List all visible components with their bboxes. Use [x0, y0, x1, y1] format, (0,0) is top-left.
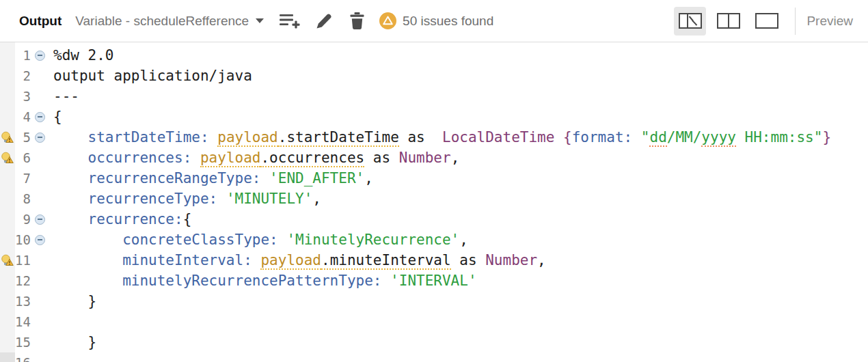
code-text: { [49, 107, 868, 127]
warning-gutter-slot[interactable] [0, 254, 15, 267]
line-number: 9 [15, 212, 31, 227]
code-lines: 1 %dw 2.02output application/java3---4 {… [0, 45, 868, 362]
code-text: minuteInterval: payload.minuteInterval a… [49, 250, 868, 270]
line-number: 14 [15, 314, 31, 329]
line-number: 12 [15, 273, 31, 288]
code-text: recurrence:{ [49, 209, 868, 229]
code-text: --- [49, 86, 868, 107]
fold-toggle[interactable] [31, 214, 49, 225]
warning-quickfix-icon [1, 254, 14, 267]
code-line[interactable]: 14 [0, 311, 868, 332]
line-number: 2 [15, 68, 31, 83]
code-text: %dw 2.0 [49, 45, 868, 66]
warning-quickfix-icon [1, 131, 14, 144]
layout-split-code-icon [679, 13, 702, 29]
line-number: 16 [15, 355, 31, 362]
code-line[interactable]: 8 recurrenceType: 'MINUTELY', [0, 189, 868, 209]
code-line[interactable]: 11 minuteInterval: payload.minuteInterva… [0, 250, 868, 270]
code-line[interactable]: 3--- [0, 86, 868, 107]
code-line[interactable]: 5 startDateTime: payload.startDateTime a… [0, 127, 868, 148]
fold-toggle[interactable] [31, 51, 49, 61]
warning-gutter-slot[interactable] [0, 152, 15, 165]
code-text: recurrenceRangeType: 'END_AFTER', [49, 168, 868, 189]
line-number: 10 [15, 232, 31, 247]
code-line[interactable]: 12 minutelyRecurrencePatternType: 'INTER… [0, 270, 868, 291]
code-line[interactable]: 10 concreteClassType: 'MinutelyRecurrenc… [0, 229, 868, 250]
line-number: 7 [15, 171, 31, 186]
code-editor[interactable]: 1 %dw 2.02output application/java3---4 {… [0, 42, 868, 362]
panel-title: Output [19, 14, 62, 29]
line-number: 8 [15, 191, 31, 206]
line-number: 1 [15, 48, 31, 63]
layout-single-pane-button[interactable] [750, 7, 783, 36]
code-line[interactable]: 16 [0, 352, 868, 362]
issues-count-label: 50 issues found [403, 14, 493, 29]
toolbar: Output Variable - scheduleRefference [0, 0, 868, 42]
add-transformation-button[interactable] [279, 12, 300, 30]
code-line[interactable]: 7 recurrenceRangeType: 'END_AFTER', [0, 168, 868, 189]
code-line[interactable]: 9 recurrence:{ [0, 209, 868, 229]
fold-collapse-icon [35, 235, 45, 245]
layout-split-code-button[interactable] [674, 7, 706, 36]
line-number: 13 [15, 294, 31, 309]
warning-badge-icon [379, 12, 396, 29]
layout-two-column-icon [717, 13, 740, 29]
line-number: 15 [15, 335, 31, 350]
code-line[interactable]: 4 { [0, 107, 868, 127]
fold-toggle[interactable] [31, 133, 49, 143]
add-transformation-icon [279, 12, 300, 30]
code-text: } [49, 291, 868, 311]
code-text: recurrenceType: 'MINUTELY', [49, 189, 868, 209]
code-line[interactable]: 2output application/java [0, 66, 868, 86]
layout-single-pane-icon [755, 13, 778, 29]
preview-tab[interactable]: Preview [806, 14, 857, 29]
delete-button[interactable] [349, 12, 366, 30]
fold-collapse-icon [35, 133, 45, 143]
code-text: concreteClassType: 'MinutelyRecurrence', [49, 229, 868, 250]
issues-indicator[interactable]: 50 issues found [379, 12, 493, 29]
toolbar-divider [795, 8, 796, 35]
layout-toggle-group [674, 7, 783, 36]
chevron-down-icon [256, 18, 264, 23]
fold-collapse-icon [35, 51, 45, 61]
edit-pencil-icon [315, 12, 334, 30]
code-text: } [49, 332, 868, 352]
code-line[interactable]: 6 occurrences: payload.occurrences as Nu… [0, 148, 868, 168]
delete-trash-icon [349, 12, 366, 30]
fold-collapse-icon [35, 112, 45, 122]
output-target-label: Variable - scheduleRefference [75, 14, 249, 29]
fold-toggle[interactable] [31, 235, 49, 245]
line-number: 6 [15, 150, 31, 165]
code-text: minutelyRecurrencePatternType: 'INTERVAL… [49, 270, 868, 291]
code-line[interactable]: 15 } [0, 332, 868, 352]
line-number: 5 [15, 130, 31, 145]
code-text: output application/java [49, 66, 868, 86]
edit-button[interactable] [315, 12, 334, 30]
warning-quickfix-icon [1, 152, 14, 165]
line-number: 11 [15, 253, 31, 268]
code-text: startDateTime: payload.startDateTime as … [49, 127, 868, 148]
output-target-selector[interactable]: Variable - scheduleRefference [75, 14, 264, 29]
warning-gutter-slot[interactable] [0, 131, 15, 144]
code-text: occurrences: payload.occurrences as Numb… [49, 148, 868, 168]
layout-two-column-button[interactable] [712, 7, 744, 36]
line-number: 3 [15, 89, 31, 104]
fold-collapse-icon [35, 214, 45, 225]
code-line[interactable]: 1 %dw 2.0 [0, 45, 868, 66]
code-line[interactable]: 13 } [0, 291, 868, 311]
fold-toggle[interactable] [31, 112, 49, 122]
line-number: 4 [15, 109, 31, 124]
transform-output-panel: Output Variable - scheduleRefference [0, 0, 868, 362]
